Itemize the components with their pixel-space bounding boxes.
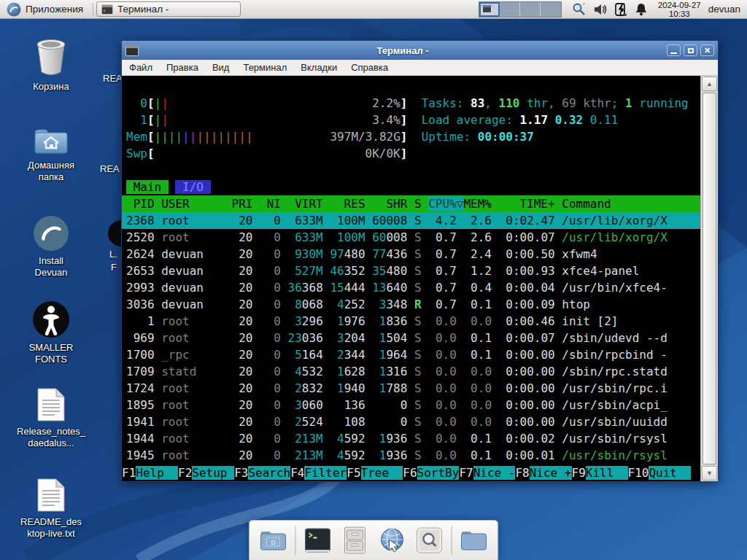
svg-text:D: D [271, 539, 276, 546]
process-row: 1944 root 20 0 213M 4592 1936 S 0.0 0.1 … [126, 430, 700, 447]
dock-web-browser-button[interactable] [377, 525, 408, 556]
dock-separator [295, 526, 296, 555]
notifications-bell-icon[interactable] [635, 2, 648, 16]
desktop-icon-install-devuan[interactable]: Install Devuan [16, 215, 86, 279]
application-finder-icon [417, 527, 443, 553]
terminal-menubar: Файл Правка Вид Терминал Вкладки Справка [122, 60, 718, 76]
process-row: 2993 devuan 20 0 36368 15444 13640 S 0.7… [126, 279, 700, 296]
desktop-icon-label: SMALLER FONTS [16, 342, 86, 366]
terminal-content: 0[|| 2.2%] Tasks: 83, 110 thr, 69 kthr; … [122, 76, 718, 481]
applications-menu-label: Приложения [26, 4, 83, 15]
desktop-icon-smaller-fonts[interactable]: SMALLER FONTS [16, 300, 86, 366]
scroll-up-button[interactable]: ▲ [702, 77, 717, 91]
desktop-icon-label: README_desktop-live.txt [20, 516, 82, 540]
process-row: 1895 root 20 0 3060 136 0 S 0.0 0.0 0:00… [126, 397, 700, 413]
applications-menu-button[interactable]: Приложения [0, 0, 90, 18]
dock-separator [452, 526, 452, 555]
dock-app-finder-button[interactable] [414, 525, 445, 556]
scrollbar-thumb[interactable] [703, 93, 716, 464]
clock-date: 2024-09-27 [658, 1, 701, 9]
window-titlebar[interactable]: Терминал - ✕ [122, 41, 718, 60]
workspace-4[interactable] [541, 2, 561, 17]
file-cabinet-icon [344, 526, 367, 554]
desktop-icon-readme[interactable]: README_desktop-live.txt [16, 478, 86, 540]
clock-time: 10:33 [658, 9, 701, 18]
htop-output[interactable]: 0[|| 2.2%] Tasks: 83, 110 thr, 69 kthr; … [122, 76, 700, 481]
dock-file-manager-button[interactable] [340, 525, 371, 556]
occluded-label-fragment: REA [100, 163, 120, 174]
process-row: 1 root 20 0 3296 1976 1836 S 0.0 0.0 0:0… [126, 313, 700, 330]
home-folder-icon [33, 125, 69, 156]
web-browser-globe-icon [379, 526, 406, 554]
screenshooter-icon[interactable] [572, 2, 586, 16]
bottom-dock: D [249, 520, 499, 560]
terminal-window-icon [125, 45, 139, 56]
menu-terminal[interactable]: Терминал [243, 62, 287, 73]
process-row: 1945 root 20 0 213M 4592 1936 S 0.0 0.1 … [126, 447, 700, 464]
trash-icon [33, 38, 69, 77]
system-tray [572, 2, 648, 16]
top-panel: Приложения Терминал - [0, 0, 747, 19]
maximize-button[interactable] [684, 44, 697, 56]
taskbar-window-button[interactable]: Терминал - [96, 1, 241, 17]
desktop-icon-label: Install Devuan [28, 255, 74, 279]
text-file-icon [36, 387, 66, 422]
workspace-2[interactable] [500, 2, 520, 17]
menu-help[interactable]: Справка [351, 62, 388, 73]
menu-tabs[interactable]: Вкладки [301, 62, 337, 73]
process-row: 1941 root 20 0 2524 108 0 S 0.0 0.0 0:00… [126, 413, 700, 430]
menu-file[interactable]: Файл [129, 62, 152, 73]
desktop-icon-label: Домашняя папка [16, 160, 86, 184]
desktop-icon-trash[interactable]: Корзина [16, 38, 86, 93]
taskbar-window-label: Терминал - [117, 4, 169, 15]
terminal-window: Терминал - ✕ Файл Правка Вид Терминал Вк… [121, 40, 719, 482]
workspace-window-thumb [482, 5, 492, 13]
panel-clock[interactable]: 2024-09-27 10:33 [658, 1, 701, 18]
terminal-scrollbar[interactable]: ▲ ▼ [700, 76, 718, 481]
text-file-icon [36, 478, 66, 513]
dock-folder-button[interactable] [459, 525, 489, 556]
occluded-label-fragment: L. [109, 249, 117, 260]
htop-function-key-bar[interactable]: F1Help F2Setup F3SearchF4FilterF5Tree F6… [122, 464, 700, 481]
workspace-switcher[interactable] [479, 1, 562, 18]
process-row: 1700 _rpc 20 0 5164 2344 1964 S 0.0 0.1 … [126, 346, 700, 363]
process-row: 2653 devuan 20 0 527M 46352 35480 S 0.7 … [126, 262, 700, 279]
menu-edit[interactable]: Правка [166, 62, 198, 73]
occluded-label-fragment: REA [103, 73, 123, 84]
process-row: 969 root 20 0 23036 3204 1504 S 0.0 0.1 … [126, 330, 700, 346]
close-button[interactable]: ✕ [700, 44, 714, 56]
devuan-logo-icon [7, 2, 21, 17]
terminal-icon [305, 528, 331, 553]
username-label: devuan [708, 4, 740, 15]
process-row: 3036 devuan 20 0 8068 4252 3348 R 0.7 0.… [126, 296, 700, 313]
desktop: Корзина Домашняя папка Install Devuan SM… [0, 0, 747, 560]
desktop-icon-release-notes[interactable]: Release_notes_daedalus... [16, 387, 86, 450]
panel-separator [93, 4, 93, 15]
power-manager-icon[interactable] [615, 2, 627, 16]
process-row: 1709 statd 20 0 4532 1628 1316 S 0.0 0.0… [126, 363, 700, 380]
terminal-icon [101, 4, 113, 15]
window-title: Терминал - [143, 45, 662, 56]
desktop-folder-icon: D [260, 529, 287, 552]
workspace-3[interactable] [520, 2, 541, 17]
menu-view[interactable]: Вид [212, 62, 230, 73]
desktop-icon-home[interactable]: Домашняя папка [16, 125, 86, 184]
dock-terminal-button[interactable] [303, 525, 333, 556]
minimize-button[interactable] [667, 44, 681, 56]
process-row: 2624 devuan 20 0 930M 97480 77436 S 0.7 … [126, 246, 700, 262]
scroll-down-button[interactable]: ▼ [702, 466, 717, 481]
dock-show-desktop-button[interactable]: D [258, 525, 289, 556]
devuan-installer-icon [33, 215, 69, 252]
process-row: 2520 root 20 0 633M 100M 60008 S 0.7 2.6… [126, 229, 700, 246]
folder-icon [460, 529, 488, 552]
volume-icon[interactable] [593, 3, 608, 16]
accessibility-icon [32, 300, 70, 338]
process-row: 2368 root 20 0 633M 100M 60008 S 4.2 2.6… [122, 212, 700, 229]
desktop-icon-label: Корзина [33, 81, 69, 93]
desktop-icon-label: Release_notes_daedalus... [16, 426, 86, 450]
workspace-1[interactable] [479, 2, 500, 17]
process-row: 1724 root 20 0 2832 1940 1788 S 0.0 0.0 … [126, 380, 700, 397]
occluded-label-fragment: F [111, 262, 117, 273]
